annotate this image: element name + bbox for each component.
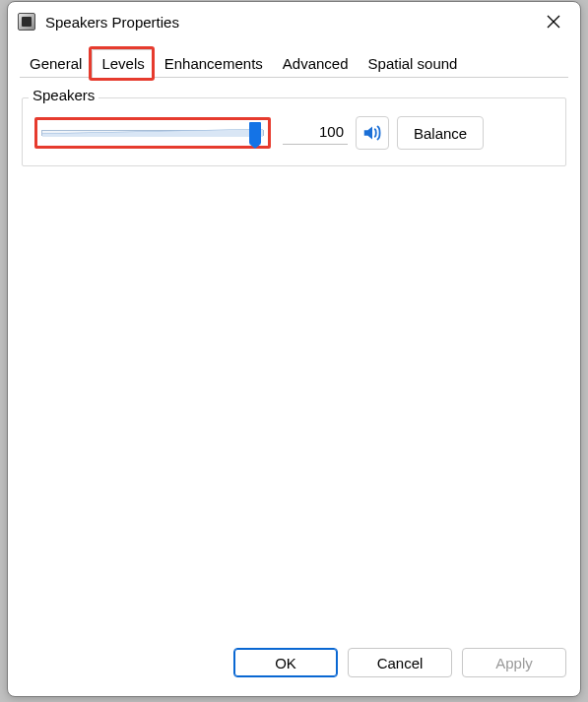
level-row: 100 Balance	[34, 116, 554, 150]
mute-button[interactable]	[356, 116, 389, 150]
titlebar: Speakers Properties	[8, 2, 580, 41]
cancel-button[interactable]: Cancel	[348, 648, 452, 677]
volume-slider-thumb[interactable]	[249, 122, 261, 144]
tab-enhancements[interactable]: Enhancements	[155, 49, 273, 78]
dialog-footer: OK Cancel Apply	[8, 641, 580, 696]
volume-slider-highlight	[34, 117, 271, 149]
slider-fill-wedge	[42, 129, 263, 137]
speaker-volume-icon	[361, 122, 383, 144]
tab-panel-levels: Speakers 100	[8, 78, 580, 641]
tab-levels[interactable]: Levels	[92, 49, 154, 78]
tab-strip: General Levels Enhancements Advanced Spa…	[8, 41, 580, 78]
volume-value: 100	[283, 121, 348, 145]
apply-button: Apply	[462, 648, 566, 677]
close-icon	[547, 15, 560, 29]
speaker-device-icon	[18, 13, 35, 31]
speakers-group: Speakers 100	[22, 97, 566, 166]
volume-slider[interactable]	[41, 130, 264, 136]
properties-dialog: Speakers Properties General Levels Enhan…	[7, 1, 581, 697]
balance-button[interactable]: Balance	[397, 116, 484, 150]
group-legend: Speakers	[29, 87, 98, 103]
ok-button[interactable]: OK	[233, 648, 338, 677]
window-title: Speakers Properties	[45, 14, 531, 31]
close-button[interactable]	[531, 6, 576, 37]
tab-spatial-sound[interactable]: Spatial sound	[359, 49, 468, 78]
tab-general[interactable]: General	[20, 49, 92, 78]
tab-advanced[interactable]: Advanced	[273, 49, 359, 78]
